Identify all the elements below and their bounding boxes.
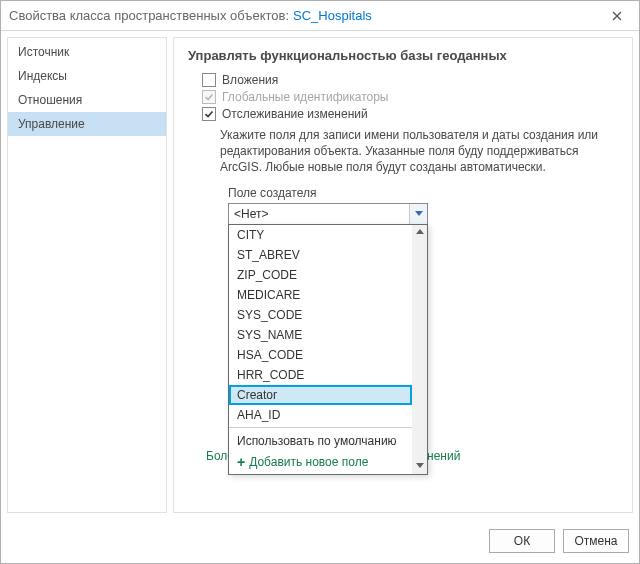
sidebar-item-manage[interactable]: Управление bbox=[8, 112, 166, 136]
dropdown-item-highlighted[interactable]: Creator bbox=[229, 385, 412, 405]
chevron-down-icon bbox=[415, 211, 423, 217]
dropdown-add-new-label: Добавить новое поле bbox=[249, 455, 368, 469]
sidebar-item-indexes[interactable]: Индексы bbox=[8, 64, 166, 88]
cancel-button[interactable]: Отмена bbox=[563, 529, 629, 553]
checkbox-attachments[interactable] bbox=[202, 73, 216, 87]
dropdown-list: CITY ST_ABREV ZIP_CODE MEDICARE SYS_CODE… bbox=[229, 225, 412, 474]
dropdown-item[interactable]: MEDICARE bbox=[229, 285, 412, 305]
check-icon bbox=[204, 92, 214, 102]
dropdown-add-new-field[interactable]: + Добавить новое поле bbox=[229, 452, 412, 474]
scroll-track[interactable] bbox=[412, 240, 427, 459]
dropdown-item[interactable]: SYS_CODE bbox=[229, 305, 412, 325]
checkbox-global-ids bbox=[202, 90, 216, 104]
dropdown-item[interactable]: ZIP_CODE bbox=[229, 265, 412, 285]
help-text: Укажите поля для записи имени пользовате… bbox=[220, 127, 602, 176]
checkbox-row-global-ids: Глобальные идентификаторы bbox=[202, 90, 620, 104]
dropdown-item[interactable]: AHA_ID bbox=[229, 405, 412, 425]
title-static: Свойства класса пространственных объекто… bbox=[9, 8, 289, 23]
ok-button[interactable]: ОК bbox=[489, 529, 555, 553]
creator-field-label: Поле создателя bbox=[228, 186, 620, 200]
checkbox-editor-tracking[interactable] bbox=[202, 107, 216, 121]
dropdown-item[interactable]: HSA_CODE bbox=[229, 345, 412, 365]
scroll-up-button[interactable] bbox=[412, 225, 427, 240]
sidebar-item-label: Управление bbox=[18, 117, 85, 131]
scroll-down-button[interactable] bbox=[412, 459, 427, 474]
creator-field-block: Поле создателя CITY ST_ABREV ZIP_CODE M bbox=[228, 186, 620, 225]
titlebar: Свойства класса пространственных объекто… bbox=[1, 1, 639, 31]
sidebar: Источник Индексы Отношения Управление bbox=[7, 37, 167, 513]
dropdown-item[interactable]: SYS_NAME bbox=[229, 325, 412, 345]
dialog-footer: ОК Отмена bbox=[1, 519, 639, 563]
checkbox-global-ids-label: Глобальные идентификаторы bbox=[222, 90, 388, 104]
sidebar-item-label: Источник bbox=[18, 45, 69, 59]
dropdown-item[interactable]: CITY bbox=[229, 225, 412, 245]
dropdown-separator bbox=[229, 427, 412, 428]
creator-field-input[interactable] bbox=[229, 204, 409, 224]
svg-marker-2 bbox=[415, 211, 423, 216]
svg-marker-3 bbox=[416, 229, 424, 234]
creator-field-combo[interactable] bbox=[228, 203, 428, 225]
dropdown-item[interactable]: HRR_CODE bbox=[229, 365, 412, 385]
content-panel: Управлять функциональностью базы геоданн… bbox=[173, 37, 633, 513]
check-icon bbox=[204, 109, 214, 119]
dialog-window: Свойства класса пространственных объекто… bbox=[0, 0, 640, 564]
combo-dropdown-button[interactable] bbox=[409, 204, 427, 224]
svg-marker-4 bbox=[416, 463, 424, 468]
dropdown-use-default[interactable]: Использовать по умолчанию bbox=[229, 430, 412, 452]
chevron-down-icon bbox=[416, 463, 424, 469]
section-title: Управлять функциональностью базы геоданн… bbox=[188, 48, 620, 63]
checkbox-attachments-label: Вложения bbox=[222, 73, 278, 87]
ok-button-label: ОК bbox=[514, 534, 530, 548]
checkbox-row-editor-tracking[interactable]: Отслеживание изменений bbox=[202, 107, 620, 121]
sidebar-item-label: Индексы bbox=[18, 69, 67, 83]
sidebar-item-source[interactable]: Источник bbox=[8, 40, 166, 64]
checkbox-row-attachments[interactable]: Вложения bbox=[202, 73, 620, 87]
sidebar-item-relations[interactable]: Отношения bbox=[8, 88, 166, 112]
creator-field-dropdown[interactable]: CITY ST_ABREV ZIP_CODE MEDICARE SYS_CODE… bbox=[228, 224, 428, 475]
dialog-body: Источник Индексы Отношения Управление Уп… bbox=[1, 31, 639, 519]
dropdown-item[interactable]: ST_ABREV bbox=[229, 245, 412, 265]
cancel-button-label: Отмена bbox=[574, 534, 617, 548]
plus-icon: + bbox=[237, 455, 245, 469]
dropdown-scrollbar[interactable] bbox=[412, 225, 427, 474]
close-icon bbox=[612, 11, 622, 21]
title-dynamic: SC_Hospitals bbox=[293, 8, 372, 23]
chevron-up-icon bbox=[416, 229, 424, 235]
sidebar-item-label: Отношения bbox=[18, 93, 82, 107]
close-button[interactable] bbox=[603, 6, 631, 26]
checkbox-editor-tracking-label: Отслеживание изменений bbox=[222, 107, 368, 121]
